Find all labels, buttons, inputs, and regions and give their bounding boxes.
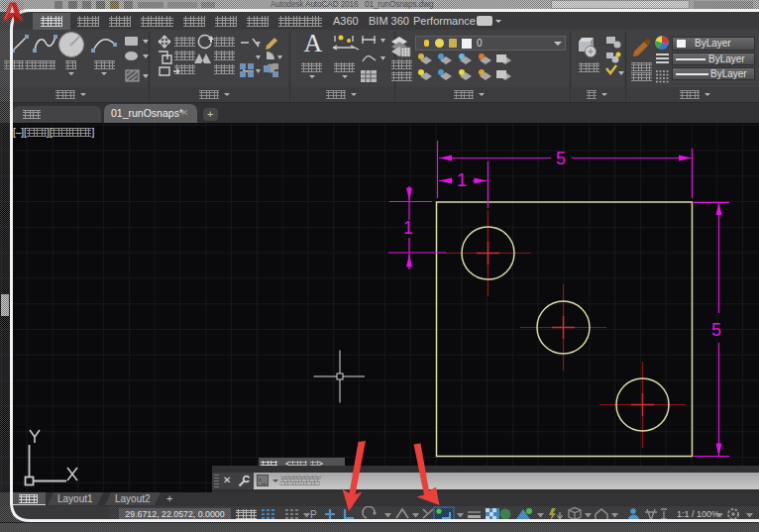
svg-text:1: 1 <box>457 170 467 190</box>
svg-text:1: 1 <box>403 218 413 238</box>
svg-text:5: 5 <box>711 320 721 340</box>
svg-text:5: 5 <box>556 149 566 168</box>
